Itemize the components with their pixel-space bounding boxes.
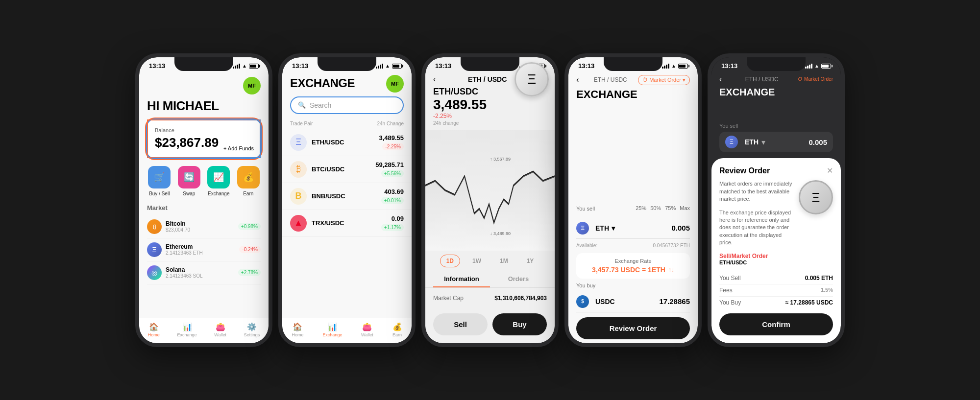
tab-information[interactable]: Information bbox=[433, 271, 490, 287]
eth-coin-selector: Ξ ETH ▾ bbox=[725, 136, 765, 148]
nav-wallet[interactable]: 👛 Wallet bbox=[214, 322, 226, 337]
filter-1w[interactable]: 1W bbox=[466, 255, 488, 267]
phone2-nav: 🏠 Home 📊 Exchange 👛 Wallet 💰 Earn bbox=[282, 318, 412, 343]
status-icons-1: ▲ bbox=[233, 63, 259, 69]
tab-orders[interactable]: Orders bbox=[490, 271, 547, 287]
ethereum-change: -0.24% bbox=[239, 246, 261, 253]
ethereum-amount: 2.14123463 ETH bbox=[166, 250, 239, 256]
sell-button[interactable]: Sell bbox=[433, 313, 488, 335]
review-order-button[interactable]: Review Order bbox=[576, 317, 690, 339]
pct-25[interactable]: 25% bbox=[636, 205, 646, 211]
signal-icon-1 bbox=[233, 64, 240, 69]
back-button-5[interactable]: ‹ bbox=[719, 75, 722, 84]
back-button[interactable]: ‹ bbox=[433, 75, 436, 84]
bitcoin-icon: ₿ bbox=[147, 219, 162, 234]
buy-amount: 17.28865 bbox=[659, 297, 690, 306]
market-order-button-5[interactable]: ⏱ Market Order bbox=[798, 76, 833, 82]
wifi-icon-5: ▲ bbox=[814, 63, 819, 69]
bnb-usdc-data: 403.69 +0.01% bbox=[381, 188, 404, 204]
exchange-columns: Trade Pair 24h Change bbox=[282, 118, 412, 129]
earn2-nav-icon: 💰 bbox=[392, 322, 402, 331]
earn-label: Earn bbox=[243, 191, 253, 196]
quick-action-exchange[interactable]: 📈 Exchange bbox=[206, 166, 231, 196]
swap-icon: 🔄 bbox=[178, 166, 200, 188]
filter-1d[interactable]: 1D bbox=[440, 255, 460, 267]
pct-75[interactable]: 75% bbox=[665, 205, 676, 211]
settings-nav-icon: ⚙️ bbox=[247, 322, 257, 331]
col-trade-pair: Trade Pair bbox=[290, 121, 313, 126]
add-funds-button[interactable]: + Add Funds bbox=[223, 145, 254, 151]
sell-amount-5: 0.005 bbox=[808, 138, 827, 146]
bitcoin-name: Bitcoin bbox=[166, 220, 238, 227]
trade-bnb-usdc[interactable]: B BNB/USDC 403.69 +0.01% bbox=[282, 183, 412, 210]
nav-exchange[interactable]: 📊 Exchange bbox=[177, 322, 197, 337]
eth-usdc-name: ETH/USDC bbox=[312, 139, 379, 146]
bnb-usdc-change: +0.01% bbox=[381, 197, 404, 204]
trade-eth-usdc[interactable]: Ξ ETH/USDC 3,489.55 -2.25% bbox=[282, 129, 412, 156]
user-avatar-2[interactable]: MF bbox=[386, 75, 404, 93]
percent-buttons: 25% 50% 75% Max bbox=[636, 205, 690, 211]
modal-close-button[interactable]: ✕ bbox=[827, 166, 833, 175]
buy-button[interactable]: Buy bbox=[492, 313, 547, 335]
available-label: Available: bbox=[576, 243, 597, 248]
balance-label: Balance bbox=[155, 127, 253, 133]
buy-sell-bar: Sell Buy bbox=[425, 308, 555, 343]
modal-description: Market orders are immediately matched to… bbox=[719, 180, 794, 203]
fees-modal-value: 1.5% bbox=[821, 287, 833, 294]
nav2-wallet[interactable]: 👛 Wallet bbox=[361, 322, 373, 337]
wifi-icon-2: ▲ bbox=[385, 63, 390, 69]
trade-list: Ξ ETH/USDC 3,489.55 -2.25% ₿ BTC/USDC 59… bbox=[282, 129, 412, 318]
sell-coin-icon: Ξ bbox=[576, 222, 589, 235]
exchange-label: Exchange bbox=[208, 191, 229, 196]
phone2-screen: 13:13 ▲ EXCHANGE MF 🔍 Search bbox=[282, 57, 412, 343]
chart-change-label: 24h change bbox=[433, 120, 487, 126]
exchange-nav-icon: 📊 bbox=[182, 322, 192, 331]
nav-home[interactable]: 🏠 Home bbox=[148, 322, 160, 337]
phone-1-home: 13:13 ▲ MF HI MICHAEL Balance $23,867.89 bbox=[135, 53, 272, 347]
sell-coin-chevron: ▾ bbox=[612, 224, 615, 232]
market-item-ethereum[interactable]: Ξ Ethereum 2.14123463 ETH -0.24% bbox=[147, 238, 261, 261]
sell-amount[interactable]: 0.005 bbox=[671, 224, 690, 232]
nav-settings[interactable]: ⚙️ Settings bbox=[244, 322, 260, 337]
wallet2-nav-icon: 👛 bbox=[362, 322, 372, 331]
buy-coin-selector[interactable]: $ USDC bbox=[576, 295, 615, 308]
market-order-chevron: ▾ bbox=[683, 77, 686, 83]
quick-action-earn[interactable]: 💰 Earn bbox=[236, 166, 261, 196]
order-pair: ETH/USDC bbox=[719, 259, 794, 265]
confirm-button[interactable]: Confirm bbox=[719, 313, 833, 335]
sell-coin-selector[interactable]: Ξ ETH ▾ bbox=[576, 222, 615, 235]
user-avatar[interactable]: MF bbox=[243, 77, 261, 94]
sell-coin-name-5: ETH bbox=[745, 138, 759, 146]
time-filters: 1D 1W 1M 1Y bbox=[425, 251, 555, 271]
filter-1m[interactable]: 1M bbox=[493, 255, 514, 267]
nav2-exchange[interactable]: 📊 Exchange bbox=[322, 322, 342, 337]
pct-max[interactable]: Max bbox=[680, 205, 690, 211]
filter-1y[interactable]: 1Y bbox=[520, 255, 540, 267]
phone5-screen: 13:13 ▲ ‹ ETH / USDC ⏱ Market Order EXCH… bbox=[711, 57, 841, 343]
battery-icon-2 bbox=[392, 64, 402, 69]
battery-icon-4 bbox=[678, 64, 688, 69]
btc-usdc-name: BTC/USDC bbox=[312, 165, 375, 173]
market-order-button[interactable]: ⏱ Market Order ▾ bbox=[638, 75, 690, 85]
trade-trx-usdc[interactable]: ▲ TRX/USDC 0.09 +1.17% bbox=[282, 210, 412, 237]
eth-coin-modal-image: Ξ bbox=[799, 180, 833, 214]
eth-selector[interactable]: Ξ ETH ▾ 0.005 bbox=[719, 132, 833, 152]
market-item-solana[interactable]: ◎ Solana 2.14123463 SOL +2.78% bbox=[147, 261, 261, 284]
chart-change: -2.25% bbox=[433, 113, 487, 119]
solana-info: Solana 2.14123463 SOL bbox=[166, 266, 238, 279]
status-bar-1: 13:13 ▲ bbox=[139, 57, 269, 73]
bnb-usdc-price: 403.69 bbox=[381, 188, 404, 195]
nav2-home[interactable]: 🏠 Home bbox=[292, 322, 303, 337]
trade-btc-usdc[interactable]: ₿ BTC/USDC 59,285.71 +5.56% bbox=[282, 156, 412, 183]
back-button-4[interactable]: ‹ bbox=[576, 75, 579, 84]
market-item-bitcoin[interactable]: ₿ Bitcoin $23,004.70 +0.98% bbox=[147, 215, 261, 238]
search-bar[interactable]: 🔍 Search bbox=[290, 96, 404, 114]
nav2-earn[interactable]: 💰 Earn bbox=[392, 322, 402, 337]
buy-coin-name: USDC bbox=[595, 298, 615, 306]
phone4-screen: 13:13 ▲ ‹ ETH / USDC ⏱ Market Order ▾ bbox=[568, 57, 698, 343]
rate-value: 3,457.73 USDC = 1ETH bbox=[592, 266, 665, 274]
pct-50[interactable]: 50% bbox=[650, 205, 661, 211]
order-form: You sell 25% 50% 75% Max Ξ ETH ▾ 0.005 bbox=[568, 201, 698, 343]
quick-action-swap[interactable]: 🔄 Swap bbox=[177, 166, 202, 196]
quick-action-buy-sell[interactable]: 🛒 Buy / Sell bbox=[147, 166, 172, 196]
